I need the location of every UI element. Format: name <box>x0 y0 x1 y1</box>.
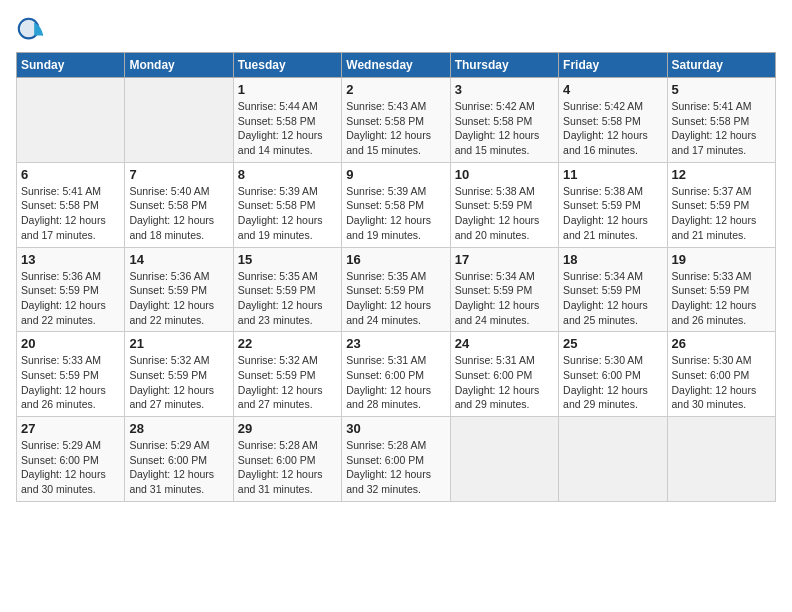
day-info: Sunrise: 5:35 AM Sunset: 5:59 PM Dayligh… <box>346 269 445 328</box>
calendar-cell: 19Sunrise: 5:33 AM Sunset: 5:59 PM Dayli… <box>667 247 775 332</box>
day-number: 23 <box>346 336 445 351</box>
day-info: Sunrise: 5:32 AM Sunset: 5:59 PM Dayligh… <box>238 353 337 412</box>
day-number: 8 <box>238 167 337 182</box>
calendar-cell: 30Sunrise: 5:28 AM Sunset: 6:00 PM Dayli… <box>342 417 450 502</box>
day-number: 12 <box>672 167 771 182</box>
day-number: 9 <box>346 167 445 182</box>
calendar-cell: 21Sunrise: 5:32 AM Sunset: 5:59 PM Dayli… <box>125 332 233 417</box>
calendar-cell: 24Sunrise: 5:31 AM Sunset: 6:00 PM Dayli… <box>450 332 558 417</box>
day-info: Sunrise: 5:33 AM Sunset: 5:59 PM Dayligh… <box>21 353 120 412</box>
calendar: SundayMondayTuesdayWednesdayThursdayFrid… <box>16 52 776 502</box>
day-number: 19 <box>672 252 771 267</box>
calendar-cell: 23Sunrise: 5:31 AM Sunset: 6:00 PM Dayli… <box>342 332 450 417</box>
day-number: 4 <box>563 82 662 97</box>
day-info: Sunrise: 5:36 AM Sunset: 5:59 PM Dayligh… <box>21 269 120 328</box>
day-number: 6 <box>21 167 120 182</box>
calendar-cell: 5Sunrise: 5:41 AM Sunset: 5:58 PM Daylig… <box>667 78 775 163</box>
calendar-cell: 20Sunrise: 5:33 AM Sunset: 5:59 PM Dayli… <box>17 332 125 417</box>
day-of-week-header: Thursday <box>450 53 558 78</box>
calendar-cell: 25Sunrise: 5:30 AM Sunset: 6:00 PM Dayli… <box>559 332 667 417</box>
day-info: Sunrise: 5:35 AM Sunset: 5:59 PM Dayligh… <box>238 269 337 328</box>
calendar-cell: 28Sunrise: 5:29 AM Sunset: 6:00 PM Dayli… <box>125 417 233 502</box>
calendar-cell: 4Sunrise: 5:42 AM Sunset: 5:58 PM Daylig… <box>559 78 667 163</box>
calendar-cell: 14Sunrise: 5:36 AM Sunset: 5:59 PM Dayli… <box>125 247 233 332</box>
day-info: Sunrise: 5:34 AM Sunset: 5:59 PM Dayligh… <box>455 269 554 328</box>
day-number: 21 <box>129 336 228 351</box>
day-info: Sunrise: 5:31 AM Sunset: 6:00 PM Dayligh… <box>455 353 554 412</box>
calendar-cell: 15Sunrise: 5:35 AM Sunset: 5:59 PM Dayli… <box>233 247 341 332</box>
day-info: Sunrise: 5:36 AM Sunset: 5:59 PM Dayligh… <box>129 269 228 328</box>
day-info: Sunrise: 5:33 AM Sunset: 5:59 PM Dayligh… <box>672 269 771 328</box>
day-number: 15 <box>238 252 337 267</box>
day-info: Sunrise: 5:43 AM Sunset: 5:58 PM Dayligh… <box>346 99 445 158</box>
day-number: 11 <box>563 167 662 182</box>
header-top <box>16 16 776 44</box>
day-of-week-header: Friday <box>559 53 667 78</box>
day-of-week-header: Monday <box>125 53 233 78</box>
day-number: 14 <box>129 252 228 267</box>
day-info: Sunrise: 5:41 AM Sunset: 5:58 PM Dayligh… <box>21 184 120 243</box>
day-info: Sunrise: 5:40 AM Sunset: 5:58 PM Dayligh… <box>129 184 228 243</box>
day-number: 16 <box>346 252 445 267</box>
day-info: Sunrise: 5:37 AM Sunset: 5:59 PM Dayligh… <box>672 184 771 243</box>
day-number: 24 <box>455 336 554 351</box>
logo-icon <box>16 16 44 44</box>
day-info: Sunrise: 5:29 AM Sunset: 6:00 PM Dayligh… <box>129 438 228 497</box>
calendar-cell: 8Sunrise: 5:39 AM Sunset: 5:58 PM Daylig… <box>233 162 341 247</box>
calendar-cell: 1Sunrise: 5:44 AM Sunset: 5:58 PM Daylig… <box>233 78 341 163</box>
calendar-cell: 6Sunrise: 5:41 AM Sunset: 5:58 PM Daylig… <box>17 162 125 247</box>
day-info: Sunrise: 5:34 AM Sunset: 5:59 PM Dayligh… <box>563 269 662 328</box>
logo <box>16 16 48 44</box>
day-number: 7 <box>129 167 228 182</box>
calendar-cell: 10Sunrise: 5:38 AM Sunset: 5:59 PM Dayli… <box>450 162 558 247</box>
day-info: Sunrise: 5:39 AM Sunset: 5:58 PM Dayligh… <box>346 184 445 243</box>
day-number: 17 <box>455 252 554 267</box>
calendar-cell: 27Sunrise: 5:29 AM Sunset: 6:00 PM Dayli… <box>17 417 125 502</box>
calendar-cell: 17Sunrise: 5:34 AM Sunset: 5:59 PM Dayli… <box>450 247 558 332</box>
day-info: Sunrise: 5:44 AM Sunset: 5:58 PM Dayligh… <box>238 99 337 158</box>
calendar-cell: 18Sunrise: 5:34 AM Sunset: 5:59 PM Dayli… <box>559 247 667 332</box>
day-info: Sunrise: 5:42 AM Sunset: 5:58 PM Dayligh… <box>455 99 554 158</box>
calendar-cell: 26Sunrise: 5:30 AM Sunset: 6:00 PM Dayli… <box>667 332 775 417</box>
day-of-week-header: Tuesday <box>233 53 341 78</box>
day-number: 20 <box>21 336 120 351</box>
day-number: 2 <box>346 82 445 97</box>
day-info: Sunrise: 5:38 AM Sunset: 5:59 PM Dayligh… <box>563 184 662 243</box>
day-info: Sunrise: 5:41 AM Sunset: 5:58 PM Dayligh… <box>672 99 771 158</box>
calendar-cell: 22Sunrise: 5:32 AM Sunset: 5:59 PM Dayli… <box>233 332 341 417</box>
calendar-cell <box>17 78 125 163</box>
day-number: 18 <box>563 252 662 267</box>
day-number: 27 <box>21 421 120 436</box>
day-of-week-header: Sunday <box>17 53 125 78</box>
day-number: 22 <box>238 336 337 351</box>
day-number: 28 <box>129 421 228 436</box>
day-info: Sunrise: 5:29 AM Sunset: 6:00 PM Dayligh… <box>21 438 120 497</box>
day-of-week-header: Saturday <box>667 53 775 78</box>
day-number: 25 <box>563 336 662 351</box>
calendar-cell: 16Sunrise: 5:35 AM Sunset: 5:59 PM Dayli… <box>342 247 450 332</box>
day-number: 10 <box>455 167 554 182</box>
calendar-cell: 29Sunrise: 5:28 AM Sunset: 6:00 PM Dayli… <box>233 417 341 502</box>
calendar-cell <box>450 417 558 502</box>
day-info: Sunrise: 5:30 AM Sunset: 6:00 PM Dayligh… <box>672 353 771 412</box>
calendar-cell: 3Sunrise: 5:42 AM Sunset: 5:58 PM Daylig… <box>450 78 558 163</box>
calendar-cell <box>667 417 775 502</box>
day-number: 5 <box>672 82 771 97</box>
day-number: 26 <box>672 336 771 351</box>
day-number: 30 <box>346 421 445 436</box>
day-info: Sunrise: 5:30 AM Sunset: 6:00 PM Dayligh… <box>563 353 662 412</box>
day-info: Sunrise: 5:28 AM Sunset: 6:00 PM Dayligh… <box>238 438 337 497</box>
day-info: Sunrise: 5:32 AM Sunset: 5:59 PM Dayligh… <box>129 353 228 412</box>
calendar-cell <box>559 417 667 502</box>
calendar-cell: 2Sunrise: 5:43 AM Sunset: 5:58 PM Daylig… <box>342 78 450 163</box>
day-info: Sunrise: 5:28 AM Sunset: 6:00 PM Dayligh… <box>346 438 445 497</box>
day-info: Sunrise: 5:42 AM Sunset: 5:58 PM Dayligh… <box>563 99 662 158</box>
day-info: Sunrise: 5:31 AM Sunset: 6:00 PM Dayligh… <box>346 353 445 412</box>
day-number: 29 <box>238 421 337 436</box>
day-info: Sunrise: 5:38 AM Sunset: 5:59 PM Dayligh… <box>455 184 554 243</box>
calendar-cell: 12Sunrise: 5:37 AM Sunset: 5:59 PM Dayli… <box>667 162 775 247</box>
calendar-cell: 11Sunrise: 5:38 AM Sunset: 5:59 PM Dayli… <box>559 162 667 247</box>
day-number: 3 <box>455 82 554 97</box>
day-info: Sunrise: 5:39 AM Sunset: 5:58 PM Dayligh… <box>238 184 337 243</box>
calendar-cell: 13Sunrise: 5:36 AM Sunset: 5:59 PM Dayli… <box>17 247 125 332</box>
